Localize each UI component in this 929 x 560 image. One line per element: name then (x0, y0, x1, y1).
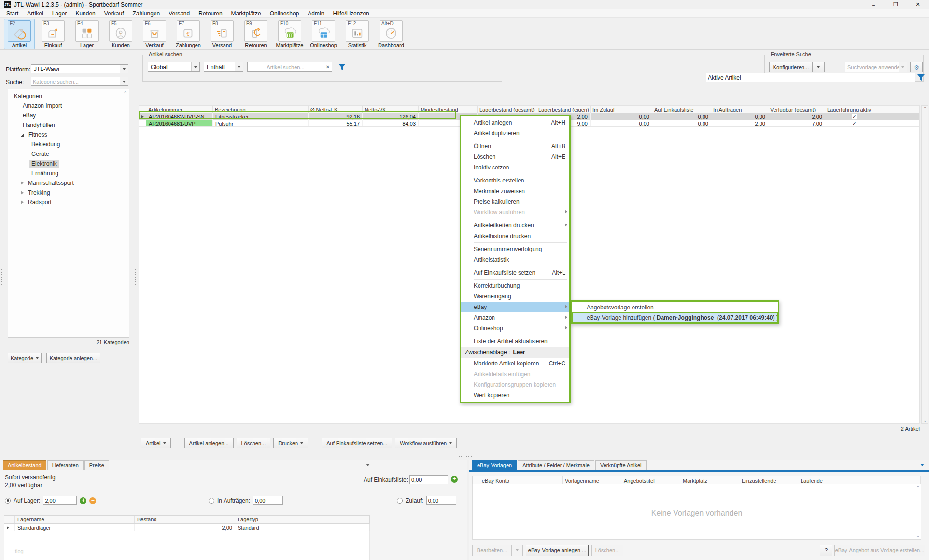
workflow-button[interactable]: Workflow ausführen (395, 438, 457, 448)
tree-item-geräte[interactable]: Geräte (8, 149, 129, 159)
menu-zahlungen[interactable]: Zahlungen (128, 10, 164, 17)
context-menu-item-varkombis-erstellen[interactable]: Varkombis erstellen (461, 175, 569, 186)
column-header-verfügbar-gesamt[interactable]: Verfügbar (gesamt) (768, 106, 825, 113)
toolbar-item-versand[interactable]: F8Versand (207, 19, 238, 49)
filter-funnel-icon[interactable] (917, 74, 925, 83)
bearbeiten-dropdown-button[interactable] (511, 545, 523, 556)
plus-circle-icon[interactable]: + (451, 476, 458, 483)
help-button[interactable]: ? (820, 545, 832, 556)
tree-item-ebay[interactable]: eBay (8, 111, 129, 120)
chevron-down-icon[interactable] (235, 62, 243, 71)
toolbar-item-einkauf[interactable]: F3Einkauf (38, 19, 69, 49)
tree-item-fitness[interactable]: Fitness (8, 130, 129, 140)
context-menu-item-korrekturbuchung[interactable]: Korrekturbuchung (461, 280, 569, 291)
tab-preise[interactable]: Preise (84, 460, 109, 470)
menu-hilfe-lizenzen[interactable]: Hilfe/Lizenzen (328, 10, 373, 17)
column-header-vorlagenname[interactable]: Vorlagenname (563, 476, 621, 485)
expander-triangle-icon[interactable] (21, 200, 24, 204)
context-menu-item-ebay[interactable]: eBay (461, 302, 569, 312)
scroll-up-icon[interactable]: ⌃ (923, 106, 927, 111)
menu-versand[interactable]: Versand (164, 10, 194, 17)
suchvorlage-select[interactable]: Suchvorlage anwenden (845, 62, 907, 72)
splitter-handle[interactable] (135, 269, 136, 286)
column-header-bezeichnung[interactable]: Bezeichnung (213, 106, 309, 113)
gear-icon[interactable]: ⚙ (910, 62, 923, 72)
context-menu-item-merkmale-zuweisen[interactable]: Merkmale zuweisen (461, 186, 569, 196)
bottom-splitter-handle[interactable] (459, 456, 473, 457)
menu-onlineshop[interactable]: Onlineshop (266, 10, 304, 17)
context-menu-item-seriennummernverfolgung[interactable]: Seriennummernverfolgung (461, 244, 569, 254)
context-menu-item-preise-kalkulieren[interactable]: Preise kalkulieren (461, 196, 569, 207)
search-match-select[interactable]: Enthält (204, 62, 243, 72)
toolbar-item-verkauf[interactable]: F6Verkauf (139, 19, 170, 49)
category-search-combo[interactable] (31, 77, 128, 86)
menu-artikel[interactable]: Artikel (23, 10, 47, 17)
menu-marktplätze[interactable]: Marktplätze (227, 10, 266, 17)
kategorie-anlegen-button[interactable]: Kategorie anlegen... (46, 353, 100, 363)
auf-lager-radio[interactable] (5, 498, 11, 504)
context-menu-item-artikel-anlegen[interactable]: Artikel anlegenAlt+H (461, 117, 569, 128)
ebay-vorlage-anlegen-button[interactable]: eBay-Vorlage anlegen ... (526, 545, 589, 556)
column-header-netto-ek[interactable]: Ø Netto-EK (309, 106, 363, 113)
scroll-up-icon[interactable]: ⌃ (916, 485, 920, 490)
context-menu-item-amazon[interactable]: Amazon (461, 312, 569, 323)
column-header-laufende[interactable]: Laufende (798, 476, 857, 485)
context-menu-item-auf-einkaufsliste-setzen[interactable]: Auf Einkaufsliste setzenAlt+L (461, 267, 569, 278)
toolbar-item-zahlungen[interactable]: F7€Zahlungen (173, 19, 204, 49)
minimize-icon[interactable]: – (862, 0, 885, 9)
column-header-ebay-konto[interactable]: eBay Konto (479, 476, 563, 485)
collapse-panel-icon[interactable] (366, 464, 370, 466)
tree-item-bekleidung[interactable]: Bekleidung (8, 140, 129, 149)
toolbar-item-lager[interactable]: F4Lager (71, 19, 102, 49)
context-menu-item-liste-der-artikel-aktualisieren[interactable]: Liste der Artikel aktualisieren (461, 336, 569, 347)
menu-admin[interactable]: Admin (303, 10, 328, 17)
context-menu-item-markierte-artikel-kopieren[interactable]: Markierte Artikel kopierenCtrl+C (461, 358, 569, 369)
tree-item-ernährung[interactable]: Ernährung (8, 168, 129, 178)
kategorie-button[interactable]: Kategorie (8, 353, 42, 363)
toolbar-item-dashboard[interactable]: Alt+DDashboard (376, 19, 407, 49)
tree-item-kategorien[interactable]: Kategorien (8, 91, 129, 101)
toolbar-item-marktplätze[interactable]: F10Marktplätze (274, 19, 305, 49)
scroll-down-icon[interactable]: ⌄ (923, 418, 927, 423)
toolbar-item-retouren[interactable]: F9Retouren (240, 19, 271, 49)
scroll-down-icon[interactable]: ⌄ (916, 533, 920, 538)
platform-select[interactable]: JTL-Wawi (31, 64, 128, 73)
context-menu-item-wareneingang[interactable]: Wareneingang (461, 291, 569, 302)
tab-ebay-vorlagen[interactable]: eBay-Vorlagen (472, 460, 517, 470)
context-menu-item-artikeletiketten-drucken[interactable]: Artikeletiketten drucken (461, 220, 569, 231)
tab-verknüpfte-artikel[interactable]: Verknüpfte Artikel (595, 460, 647, 470)
column-header-bestand[interactable]: Bestand (135, 516, 235, 523)
konfigurieren-button[interactable]: Konfigurieren... (769, 62, 813, 72)
auf-lager-input[interactable] (43, 496, 77, 505)
drucken-button[interactable]: Drucken (273, 438, 308, 448)
submenu-item-ebay-vorlage-hinzufuegen[interactable]: eBay-Vorlage hinzufügen ( Damen-Joggingh… (572, 312, 778, 322)
checkbox-checked-icon[interactable]: ✓ (852, 114, 857, 119)
search-funnel-icon[interactable] (338, 63, 346, 72)
chevron-down-icon[interactable] (120, 65, 128, 73)
column-header-lagerführung-aktiv[interactable]: Lagerführung aktiv (825, 106, 884, 113)
einkaufsliste-setzen-button[interactable]: Auf Einkaufsliste setzen... (322, 438, 392, 448)
clear-x-icon[interactable]: ✕ (324, 64, 332, 70)
column-header-in-aufträgen[interactable]: In Aufträgen (711, 106, 768, 113)
tree-item-amazon-import[interactable]: Amazon Import (8, 101, 129, 111)
tree-item-elektronik[interactable]: Elektronik (8, 159, 129, 168)
zulauf-input[interactable] (426, 496, 456, 505)
active-filter-input[interactable] (706, 73, 915, 82)
in-auftraegen-radio[interactable] (209, 498, 214, 504)
zulauf-radio[interactable] (397, 498, 403, 504)
splitter-handle[interactable] (1, 269, 2, 286)
chevron-down-icon[interactable] (899, 62, 907, 72)
column-header-angebotstitel[interactable]: Angebotstitel (621, 476, 680, 485)
maximize-restore-icon[interactable]: ❐ (885, 0, 907, 9)
chevron-down-icon[interactable] (191, 62, 199, 71)
artikel-menu-button[interactable]: Artikel (141, 438, 171, 448)
chevron-down-icon[interactable] (120, 77, 128, 85)
tab-lieferanten[interactable]: Lieferanten (47, 460, 84, 470)
menu-verkauf[interactable]: Verkauf (100, 10, 128, 17)
left-collapse-strip[interactable] (0, 50, 3, 454)
tree-item-radsport[interactable]: Radsport (8, 197, 129, 207)
column-header-lagername[interactable]: Lagername (15, 516, 135, 523)
column-header-lagerbestand-eigen[interactable]: Lagerbestand (eigen) (536, 106, 591, 113)
angebot-erstellen-button[interactable]: eBay-Angebot aus Vorlage erstellen... (834, 545, 925, 556)
row-expander-icon[interactable] (7, 526, 9, 529)
